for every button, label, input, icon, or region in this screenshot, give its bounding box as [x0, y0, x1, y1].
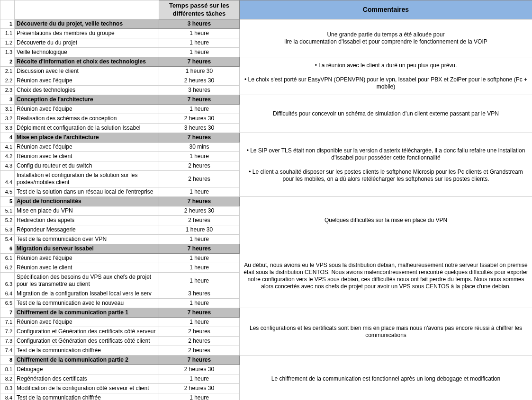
row-time: 2 heures 30 [159, 206, 240, 216]
section-title: Chiffrement de la communication partie 2 [15, 356, 159, 365]
row-time: 2 heures [159, 327, 240, 337]
row-task: Test de la communication chiffrée [15, 393, 159, 400]
row-task: Choix des technologies [15, 86, 159, 95]
row-num: 8.2 [0, 374, 15, 384]
row-time: 2 heures [159, 171, 240, 187]
row-task: Réunion avec l'équipe [15, 254, 159, 263]
row-num: 2.3 [0, 86, 15, 95]
section-time: 7 heures [159, 95, 240, 105]
row-num: 4.4 [0, 171, 15, 187]
row-time: 2 heures [159, 216, 240, 225]
section-title: Récolte d'information et choix des techn… [15, 57, 159, 67]
row-num: 6.2 [0, 263, 15, 273]
section-comment: Une grande partie du temps a été allouée… [240, 19, 532, 57]
section-time: 7 heures [159, 197, 240, 206]
section-time: 7 heures [159, 133, 240, 142]
row-task: Spécification des besoins du VPS aux che… [15, 273, 159, 289]
row-task: Réunion avec l'équipe [15, 318, 159, 327]
row-time: 1 heure [159, 263, 240, 273]
row-time: 1 heure [159, 393, 240, 400]
row-time: 2 heures 30 [159, 384, 240, 393]
row-task: Réalisation des schémas de conception [15, 114, 159, 124]
row-task: Config du routeur et du switch [15, 161, 159, 171]
row-num: 3.2 [0, 114, 15, 124]
section-num: 6 [0, 244, 15, 254]
row-time: 1 heure [159, 187, 240, 197]
row-time: 1 heure [159, 374, 240, 384]
row-task: Configuration et Génération des certific… [15, 327, 159, 337]
row-time: 3 heures 30 [159, 124, 240, 133]
row-time: 1 heure [159, 38, 240, 48]
row-num: 4.1 [0, 142, 15, 152]
row-time: 1 heure [159, 273, 240, 289]
row-num: 1.2 [0, 38, 15, 48]
row-num: 6.3 [0, 273, 15, 289]
row-time: 1 heure 30 [159, 225, 240, 235]
row-num: 6.1 [0, 254, 15, 263]
row-task: Migration de la configuration Issabel lo… [15, 289, 159, 299]
section-num: 2 [0, 57, 15, 67]
row-num: 6.5 [0, 299, 15, 308]
row-num: 3.1 [0, 105, 15, 114]
row-task: Modification de la configuration côté se… [15, 384, 159, 393]
row-num: 7.2 [0, 327, 15, 337]
section-title: Découverte du du projet, veille technos [15, 19, 159, 29]
row-task: Veille technologique [15, 48, 159, 57]
row-num: 5.4 [0, 235, 15, 244]
section-comment: • Le SIP over TLS était non disponible s… [240, 133, 532, 197]
section-title: Chiffrement de la communication partie 1 [15, 308, 159, 318]
row-task: Réunion avec le client [15, 263, 159, 273]
row-time: 1 heure 30 [159, 67, 240, 76]
row-num: 5.1 [0, 206, 15, 216]
row-time: 3 heures [159, 86, 240, 95]
row-num: 6.4 [0, 289, 15, 299]
row-time: 1 heure [159, 254, 240, 263]
section-title: Migration du serveur Issabel [15, 244, 159, 254]
header-blank-task [15, 0, 159, 19]
section-time: 3 heures [159, 19, 240, 29]
row-time: 2 heures 30 [159, 114, 240, 124]
row-num: 4.5 [0, 187, 15, 197]
row-time: 2 heures 30 [159, 365, 240, 374]
row-task: Présentations des membres du groupe [15, 29, 159, 38]
row-task: Réunion avec l'équipe [15, 105, 159, 114]
section-num: 8 [0, 356, 15, 365]
row-task: Déploiment et configuration de la soluti… [15, 124, 159, 133]
row-time: 2 heures [159, 161, 240, 171]
row-time: 30 mins [159, 142, 240, 152]
row-time: 2 heures [159, 346, 240, 356]
section-num: 4 [0, 133, 15, 142]
section-time: 7 heures [159, 244, 240, 254]
section-time: 7 heures [159, 356, 240, 365]
row-time: 1 heure [159, 152, 240, 161]
row-task: Mise en place du VPN [15, 206, 159, 216]
row-time: 1 heure [159, 235, 240, 244]
section-num: 1 [0, 19, 15, 29]
row-num: 5.2 [0, 216, 15, 225]
row-num: 7.3 [0, 337, 15, 346]
row-task: Réunion avec le client [15, 152, 159, 161]
row-num: 8.1 [0, 365, 15, 374]
row-num: 8.4 [0, 393, 15, 400]
row-task: Réunion avec l'équipe [15, 76, 159, 86]
timesheet-table: Temps passé sur les différentes tâches C… [0, 0, 532, 400]
row-num: 2.1 [0, 67, 15, 76]
section-comment: • La réunion avec le client a duré un pe… [240, 57, 532, 95]
row-task: Configuration et Génération des certific… [15, 337, 159, 346]
row-task: Regénération des certificats [15, 374, 159, 384]
section-title: Mise en place de l'architecture [15, 133, 159, 142]
section-comment: Difficultés pour concevoir un schéma de … [240, 95, 532, 133]
row-num: 7.1 [0, 318, 15, 327]
header-time: Temps passé sur les différentes tâches [159, 0, 240, 19]
row-time: 3 heures [159, 289, 240, 299]
section-comment: Les configurations et les certificats so… [240, 308, 532, 356]
section-comment: Le chiffrement de la communication est f… [240, 356, 532, 400]
row-time: 1 heure [159, 29, 240, 38]
row-num: 7.4 [0, 346, 15, 356]
row-task: Réunion avec l'équipe [15, 142, 159, 152]
row-time: 1 heure [159, 105, 240, 114]
section-title: Conception de l'architecture [15, 95, 159, 105]
section-num: 5 [0, 197, 15, 206]
row-time: 1 heure [159, 318, 240, 327]
row-time: 2 heures [159, 337, 240, 346]
